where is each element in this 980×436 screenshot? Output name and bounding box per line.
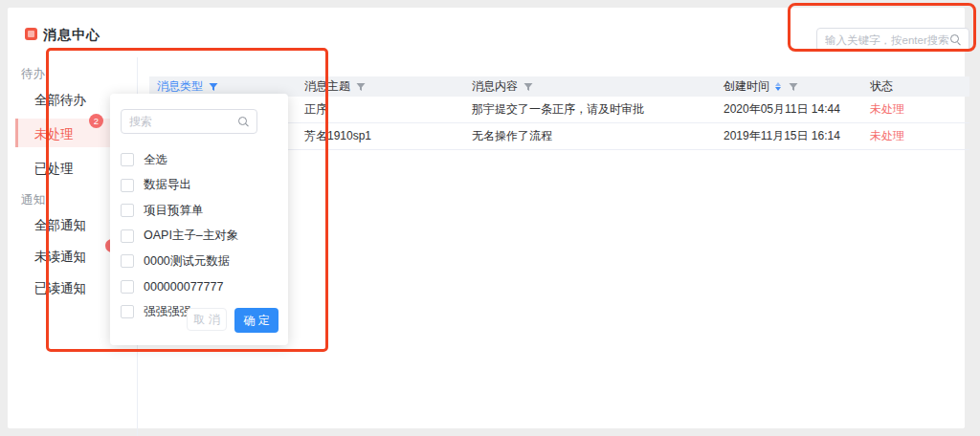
main-card: 消息中心 待办 全部待办 未处理 2 已处理 通知 全部通知 未读通知 46 已… [8,8,965,428]
cell-created: 2019年11月15日 16:14 [716,128,862,144]
filter-option[interactable]: 数据导出 [121,173,283,199]
cell-content: 无名操作了流程 [464,128,716,144]
filter-option[interactable]: 000000077777 [121,274,283,300]
column-header-message-type[interactable]: 消息类型 [149,78,297,95]
filter-search-input[interactable] [129,115,238,128]
checkbox[interactable] [121,305,134,318]
cell-subject: 正序 [297,101,464,118]
sidebar-item-read-notice[interactable]: 已读通知 [34,280,86,297]
sidebar-item-unread-notice[interactable]: 未读通知 [34,249,86,266]
status-badge: 未处理 [862,101,969,118]
search-icon[interactable] [950,34,961,45]
sidebar-group-notice: 通知 [21,192,45,208]
filter-icon[interactable] [356,82,366,92]
filter-icon[interactable] [789,82,798,92]
cell-subject: 芳名1910sp1 [297,128,464,144]
column-header-created-time[interactable]: 创建时间 [716,78,862,95]
checkbox[interactable] [121,280,134,294]
filter-icon[interactable] [209,82,218,92]
filter-options-list: 全选 数据导出 项目预算单 OAPI主子–主对象 0000测试元数据 [121,147,283,325]
filter-icon[interactable] [523,82,533,92]
cell-created: 2020年05月11日 14:44 [716,101,862,118]
message-center-page: 消息中心 待办 全部待办 未处理 2 已处理 通知 全部通知 未读通知 46 已… [0,0,980,436]
filter-option[interactable]: 项目预算单 [121,198,283,224]
message-center-icon [25,28,37,40]
filter-option-select-all[interactable]: 全选 [121,147,283,173]
keyword-search-box[interactable] [816,28,969,52]
checkbox[interactable] [121,153,134,166]
checkbox[interactable] [121,254,134,268]
keyword-search-input[interactable] [825,34,950,46]
sidebar-item-processed[interactable]: 已处理 [34,161,74,178]
sidebar-item-all-notice[interactable]: 全部通知 [34,217,86,234]
sort-icon[interactable] [775,82,781,91]
page-title: 消息中心 [43,27,100,44]
unprocessed-count-badge: 2 [89,114,103,128]
filter-search-box[interactable] [121,109,257,134]
filter-option[interactable]: 0000测试元数据 [121,249,283,274]
column-header-status: 状态 [862,78,969,95]
column-header-subject[interactable]: 消息主题 [297,78,464,95]
column-header-content[interactable]: 消息内容 [464,78,716,95]
sidebar-group-todo: 待办 [21,66,45,82]
column-filter-dropdown: 全选 数据导出 项目预算单 OAPI主子–主对象 0000测试元数据 [110,94,288,345]
filter-footer: 取 消 确 定 [187,308,278,333]
cancel-button[interactable]: 取 消 [187,308,227,331]
status-badge: 未处理 [862,128,969,144]
search-icon[interactable] [238,117,249,127]
checkbox[interactable] [121,204,134,217]
confirm-button[interactable]: 确 定 [234,308,278,333]
checkbox[interactable] [121,229,134,243]
cell-content: 那宇提交了一条正序，请及时审批 [464,101,716,118]
sidebar-item-all-todo[interactable]: 全部待办 [34,92,86,109]
checkbox[interactable] [121,179,134,192]
sidebar-item-unprocessed[interactable]: 未处理 [34,126,74,143]
filter-option[interactable]: OAPI主子–主对象 [121,224,283,250]
